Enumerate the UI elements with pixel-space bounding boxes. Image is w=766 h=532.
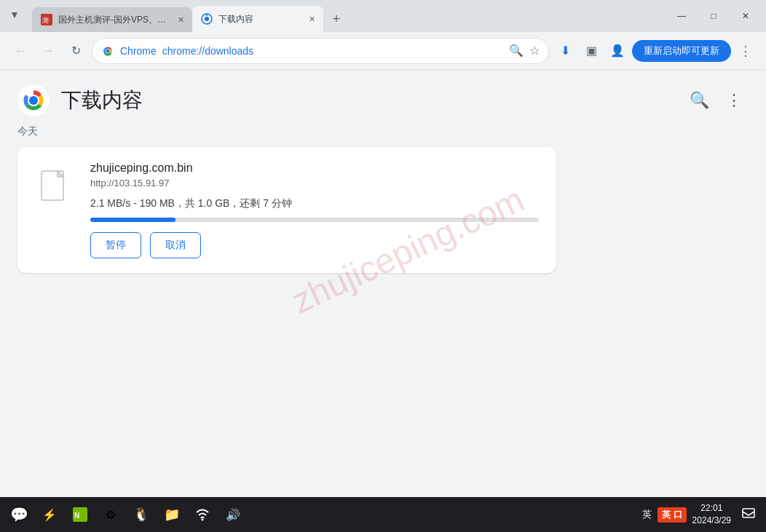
svg-point-15	[202, 519, 204, 521]
sogou-icon[interactable]: 英 口	[658, 507, 686, 523]
window-controls: — □ ✕	[667, 6, 760, 26]
progress-bar	[90, 218, 539, 222]
download-url: http://103.15.91.97	[90, 178, 539, 188]
time-display: 22:01	[692, 502, 731, 515]
reload-button[interactable]: ↻	[64, 39, 87, 63]
more-menu-button[interactable]: ⋮	[719, 86, 749, 115]
navbar: ← → ↻ Chrome chrome://downloads 🔍 ☆ ⬇ ▣	[0, 32, 766, 70]
svg-text:测: 测	[42, 17, 49, 24]
update-button[interactable]: 重新启动即可更新	[632, 40, 731, 62]
taskbar-nvidia-icon[interactable]: N	[67, 501, 93, 528]
tab-list-button[interactable]: ▼	[3, 3, 26, 26]
tab-active[interactable]: 下载内容 ✕	[192, 6, 323, 32]
notification-button[interactable]	[737, 503, 760, 526]
download-status: 2.1 MB/s - 190 MB，共 1.0 GB，还剩 7 分钟	[90, 197, 539, 210]
search-icon: 🔍	[509, 44, 524, 57]
chrome-label: Chrome	[120, 45, 157, 57]
active-tab-favicon	[201, 13, 213, 25]
taskbar-right: 英 英 口 22:01 2024/3/29	[642, 502, 760, 527]
address-bar[interactable]: Chrome chrome://downloads 🔍 ☆	[92, 38, 549, 64]
nav-right: ⬇ ▣ 👤 重新启动即可更新 ⋮	[553, 39, 757, 63]
taskbar: 💬 ⚡ N ⚙ 🐧 📁 🔊 英 英 口 22:01 2024/3/29	[0, 497, 766, 532]
chrome-logo-icon	[101, 44, 114, 57]
download-card: zhujiceping.com.bin http://103.15.91.97 …	[17, 147, 556, 273]
back-button[interactable]: ←	[9, 39, 32, 63]
profile-icon[interactable]: 👤	[606, 39, 629, 63]
bookmark-icon[interactable]: ☆	[529, 44, 540, 57]
inactive-tab-favicon: 测	[41, 14, 52, 25]
active-tab-title: 下载内容	[218, 13, 300, 25]
taskbar-volume-icon[interactable]: 🔊	[220, 501, 246, 528]
close-button[interactable]: ✕	[731, 6, 760, 26]
progress-bar-fill	[90, 218, 175, 222]
taskbar-lang-label[interactable]: 英	[642, 508, 652, 521]
taskbar-folder-icon[interactable]: 📁	[159, 501, 185, 528]
active-tab-close[interactable]: ✕	[306, 13, 317, 25]
address-text: chrome://downloads	[162, 45, 503, 57]
extensions-icon[interactable]: ▣	[580, 39, 603, 63]
page-header: 下载内容 🔍 ⋮	[0, 70, 766, 125]
forward-button[interactable]: →	[36, 39, 60, 63]
download-filename: zhujiceping.com.bin	[90, 162, 539, 175]
download-status-icon[interactable]: ⬇	[553, 39, 577, 63]
page-content: zhujiceping.com 下载内容 🔍 ⋮	[0, 70, 766, 497]
taskbar-apps-icon[interactable]: ⚙	[98, 501, 124, 528]
svg-text:N: N	[74, 512, 79, 520]
taskbar-wechat-icon[interactable]: 💬	[6, 501, 32, 528]
taskbar-wifi-icon[interactable]	[189, 501, 216, 528]
inactive-tab-close[interactable]: ✕	[175, 14, 186, 25]
pause-button[interactable]: 暂停	[90, 232, 141, 258]
download-info: zhujiceping.com.bin http://103.15.91.97 …	[90, 162, 539, 258]
taskbar-bluetooth-icon[interactable]: ⚡	[36, 501, 63, 528]
cancel-button[interactable]: 取消	[150, 232, 201, 258]
browser-window: ▼ 测 国外主机测评-国外VPS、国... ✕ 下载内容 ✕	[0, 0, 766, 532]
inactive-tab-title: 国外主机测评-国外VPS、国...	[58, 14, 169, 26]
svg-point-8	[106, 49, 110, 52]
taskbar-linux-icon[interactable]: 🐧	[128, 501, 154, 528]
section-today-label: 今天	[17, 125, 749, 138]
page-header-left: 下载内容	[17, 84, 143, 116]
file-icon	[35, 167, 76, 208]
maximize-button[interactable]: □	[699, 6, 728, 26]
chrome-menu-icon[interactable]: ⋮	[734, 39, 757, 63]
page-title: 下载内容	[61, 87, 143, 114]
search-button[interactable]: 🔍	[684, 86, 714, 115]
titlebar: ▼ 测 国外主机测评-国外VPS、国... ✕ 下载内容 ✕	[0, 0, 766, 32]
tab-inactive[interactable]: 测 国外主机测评-国外VPS、国... ✕	[32, 7, 192, 32]
svg-point-11	[29, 96, 38, 105]
page-header-right: 🔍 ⋮	[684, 86, 749, 115]
date-display: 2024/3/29	[692, 515, 731, 527]
downloads-area: 今天 zhujiceping.com.bin http://103.15.91.…	[0, 125, 766, 497]
taskbar-time: 22:01 2024/3/29	[692, 502, 731, 527]
svg-point-3	[205, 17, 209, 21]
new-tab-button[interactable]: +	[326, 9, 347, 29]
chrome-logo-big	[17, 84, 50, 116]
minimize-button[interactable]: —	[667, 6, 696, 26]
download-actions: 暂停 取消	[90, 232, 539, 258]
